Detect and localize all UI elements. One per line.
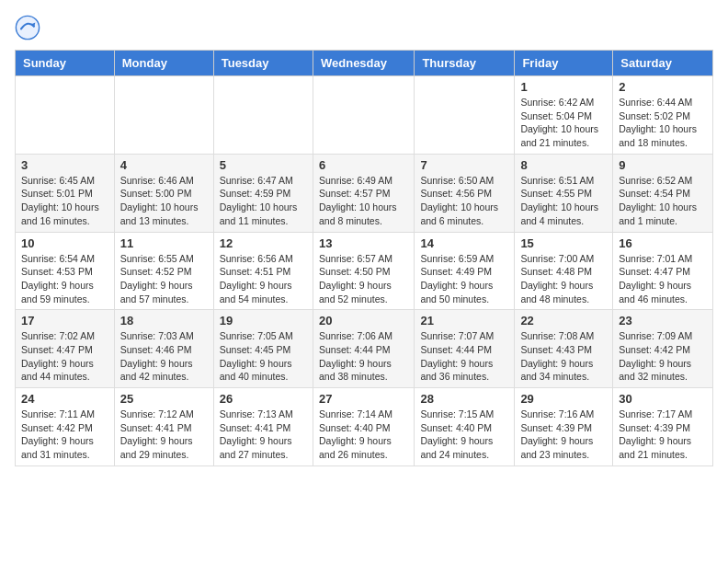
day-info: Sunrise: 6:59 AM Sunset: 4:49 PM Dayligh…	[420, 252, 508, 306]
day-info: Sunrise: 6:57 AM Sunset: 4:50 PM Dayligh…	[319, 252, 408, 306]
calendar-cell: 28Sunrise: 7:15 AM Sunset: 4:40 PM Dayli…	[415, 388, 515, 466]
day-info: Sunrise: 7:03 AM Sunset: 4:46 PM Dayligh…	[120, 329, 208, 384]
day-info: Sunrise: 7:13 AM Sunset: 4:41 PM Dayligh…	[220, 408, 307, 462]
day-number: 1	[520, 80, 607, 94]
day-info: Sunrise: 7:06 AM Sunset: 4:44 PM Dayligh…	[319, 329, 408, 384]
day-info: Sunrise: 6:45 AM Sunset: 5:01 PM Dayligh…	[21, 174, 108, 228]
calendar-cell	[16, 76, 115, 155]
day-number: 19	[220, 314, 307, 327]
day-number: 8	[520, 158, 607, 172]
calendar-cell: 26Sunrise: 7:13 AM Sunset: 4:41 PM Dayli…	[213, 388, 313, 466]
day-info: Sunrise: 7:00 AM Sunset: 4:48 PM Dayligh…	[520, 252, 607, 306]
calendar-cell: 17Sunrise: 7:02 AM Sunset: 4:47 PM Dayli…	[16, 310, 115, 388]
day-info: Sunrise: 6:55 AM Sunset: 4:52 PM Dayligh…	[120, 252, 208, 306]
day-header-wednesday: Wednesday	[313, 51, 414, 76]
day-number: 26	[220, 392, 307, 406]
calendar-cell: 20Sunrise: 7:06 AM Sunset: 4:44 PM Dayli…	[313, 310, 414, 388]
day-header-tuesday: Tuesday	[213, 51, 313, 76]
logo	[15, 15, 44, 40]
calendar-cell: 22Sunrise: 7:08 AM Sunset: 4:43 PM Dayli…	[515, 310, 613, 388]
day-number: 11	[120, 236, 208, 250]
day-info: Sunrise: 6:47 AM Sunset: 4:59 PM Dayligh…	[220, 174, 307, 228]
day-info: Sunrise: 6:51 AM Sunset: 4:55 PM Dayligh…	[520, 174, 607, 228]
day-number: 30	[619, 392, 707, 406]
day-info: Sunrise: 7:17 AM Sunset: 4:39 PM Dayligh…	[619, 408, 707, 462]
day-number: 13	[319, 236, 408, 250]
day-info: Sunrise: 7:09 AM Sunset: 4:42 PM Dayligh…	[619, 329, 707, 384]
calendar-cell: 13Sunrise: 6:57 AM Sunset: 4:50 PM Dayli…	[313, 232, 414, 310]
calendar-cell: 16Sunrise: 7:01 AM Sunset: 4:47 PM Dayli…	[613, 232, 713, 310]
calendar-cell: 1Sunrise: 6:42 AM Sunset: 5:04 PM Daylig…	[515, 76, 613, 155]
day-info: Sunrise: 6:56 AM Sunset: 4:51 PM Dayligh…	[220, 252, 307, 306]
week-row-4: 17Sunrise: 7:02 AM Sunset: 4:47 PM Dayli…	[16, 310, 713, 388]
day-info: Sunrise: 7:01 AM Sunset: 4:47 PM Dayligh…	[619, 252, 707, 306]
day-number: 23	[619, 314, 707, 327]
day-number: 6	[319, 158, 408, 172]
day-info: Sunrise: 6:52 AM Sunset: 4:54 PM Dayligh…	[619, 174, 707, 228]
day-info: Sunrise: 6:54 AM Sunset: 4:53 PM Dayligh…	[21, 252, 108, 306]
header	[15, 15, 713, 40]
day-number: 29	[520, 392, 607, 406]
day-number: 27	[319, 392, 408, 406]
calendar-cell: 4Sunrise: 6:46 AM Sunset: 5:00 PM Daylig…	[114, 154, 213, 232]
day-header-friday: Friday	[515, 51, 613, 76]
day-info: Sunrise: 7:14 AM Sunset: 4:40 PM Dayligh…	[319, 408, 408, 462]
day-number: 20	[319, 314, 408, 327]
day-number: 5	[220, 158, 307, 172]
calendar-cell	[114, 76, 213, 155]
calendar-cell: 18Sunrise: 7:03 AM Sunset: 4:46 PM Dayli…	[114, 310, 213, 388]
day-info: Sunrise: 7:15 AM Sunset: 4:40 PM Dayligh…	[420, 408, 508, 462]
day-number: 15	[520, 236, 607, 250]
calendar-cell: 9Sunrise: 6:52 AM Sunset: 4:54 PM Daylig…	[613, 154, 713, 232]
day-number: 16	[619, 236, 707, 250]
calendar-cell: 10Sunrise: 6:54 AM Sunset: 4:53 PM Dayli…	[16, 232, 115, 310]
calendar-cell: 19Sunrise: 7:05 AM Sunset: 4:45 PM Dayli…	[213, 310, 313, 388]
day-info: Sunrise: 7:16 AM Sunset: 4:39 PM Dayligh…	[520, 408, 607, 462]
day-header-sunday: Sunday	[16, 51, 115, 76]
calendar-cell	[313, 76, 414, 155]
calendar-cell: 30Sunrise: 7:17 AM Sunset: 4:39 PM Dayli…	[613, 388, 713, 466]
calendar: SundayMondayTuesdayWednesdayThursdayFrid…	[15, 50, 713, 466]
day-info: Sunrise: 7:11 AM Sunset: 4:42 PM Dayligh…	[21, 408, 108, 462]
calendar-cell: 5Sunrise: 6:47 AM Sunset: 4:59 PM Daylig…	[213, 154, 313, 232]
calendar-cell: 8Sunrise: 6:51 AM Sunset: 4:55 PM Daylig…	[515, 154, 613, 232]
day-info: Sunrise: 7:07 AM Sunset: 4:44 PM Dayligh…	[420, 329, 508, 384]
day-number: 2	[619, 80, 707, 94]
calendar-cell: 29Sunrise: 7:16 AM Sunset: 4:39 PM Dayli…	[515, 388, 613, 466]
calendar-cell: 23Sunrise: 7:09 AM Sunset: 4:42 PM Dayli…	[613, 310, 713, 388]
day-number: 7	[420, 158, 508, 172]
day-info: Sunrise: 7:12 AM Sunset: 4:41 PM Dayligh…	[120, 408, 208, 462]
calendar-cell: 6Sunrise: 6:49 AM Sunset: 4:57 PM Daylig…	[313, 154, 414, 232]
calendar-cell: 15Sunrise: 7:00 AM Sunset: 4:48 PM Dayli…	[515, 232, 613, 310]
calendar-cell: 21Sunrise: 7:07 AM Sunset: 4:44 PM Dayli…	[415, 310, 515, 388]
week-row-3: 10Sunrise: 6:54 AM Sunset: 4:53 PM Dayli…	[16, 232, 713, 310]
day-number: 25	[120, 392, 208, 406]
day-header-monday: Monday	[114, 51, 213, 76]
day-info: Sunrise: 7:08 AM Sunset: 4:43 PM Dayligh…	[520, 329, 607, 384]
day-info: Sunrise: 6:42 AM Sunset: 5:04 PM Dayligh…	[520, 96, 607, 150]
calendar-cell: 2Sunrise: 6:44 AM Sunset: 5:02 PM Daylig…	[613, 76, 713, 155]
day-number: 18	[120, 314, 208, 327]
day-number: 14	[420, 236, 508, 250]
day-number: 28	[420, 392, 508, 406]
day-number: 22	[520, 314, 607, 327]
calendar-cell: 27Sunrise: 7:14 AM Sunset: 4:40 PM Dayli…	[313, 388, 414, 466]
day-number: 4	[120, 158, 208, 172]
calendar-cell: 25Sunrise: 7:12 AM Sunset: 4:41 PM Dayli…	[114, 388, 213, 466]
week-row-5: 24Sunrise: 7:11 AM Sunset: 4:42 PM Dayli…	[16, 388, 713, 466]
calendar-cell: 12Sunrise: 6:56 AM Sunset: 4:51 PM Dayli…	[213, 232, 313, 310]
day-info: Sunrise: 6:49 AM Sunset: 4:57 PM Dayligh…	[319, 174, 408, 228]
svg-point-0	[16, 16, 39, 39]
calendar-cell: 7Sunrise: 6:50 AM Sunset: 4:56 PM Daylig…	[415, 154, 515, 232]
day-number: 17	[21, 314, 108, 327]
day-info: Sunrise: 7:02 AM Sunset: 4:47 PM Dayligh…	[21, 329, 108, 384]
calendar-cell	[213, 76, 313, 155]
calendar-cell: 14Sunrise: 6:59 AM Sunset: 4:49 PM Dayli…	[415, 232, 515, 310]
logo-icon	[15, 15, 40, 40]
week-row-2: 3Sunrise: 6:45 AM Sunset: 5:01 PM Daylig…	[16, 154, 713, 232]
day-info: Sunrise: 6:44 AM Sunset: 5:02 PM Dayligh…	[619, 96, 707, 150]
day-number: 21	[420, 314, 508, 327]
day-info: Sunrise: 6:50 AM Sunset: 4:56 PM Dayligh…	[420, 174, 508, 228]
calendar-cell: 3Sunrise: 6:45 AM Sunset: 5:01 PM Daylig…	[16, 154, 115, 232]
day-number: 24	[21, 392, 108, 406]
